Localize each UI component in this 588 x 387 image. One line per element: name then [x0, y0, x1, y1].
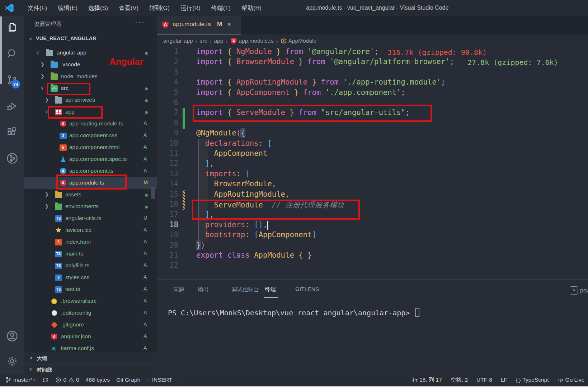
breadcrumb-item[interactable]: angular-app	[163, 38, 193, 44]
explorer-title: 资源管理器	[34, 21, 62, 28]
git-status-badge: A	[144, 262, 147, 268]
browserslist-icon	[51, 298, 58, 305]
tree-item-index-html[interactable]: 5index.htmlA	[24, 236, 157, 248]
tree-item-polyfills-ts[interactable]: TSpolyfills.tsA	[24, 260, 157, 272]
tree-item-styles-css[interactable]: 3styles.cssA	[24, 272, 157, 284]
search-icon[interactable]	[0, 45, 24, 62]
status-item[interactable]	[42, 377, 49, 383]
run-debug-icon[interactable]	[0, 97, 24, 115]
timeline-section[interactable]: > 时间线	[24, 364, 157, 374]
close-icon[interactable]: ×	[227, 20, 231, 28]
sidebar-scrollbar[interactable]	[151, 187, 155, 199]
status-item[interactable]: Git Graph	[116, 377, 140, 383]
panel-tab-2[interactable]: 调试控制台	[231, 286, 259, 293]
breadcrumb-item[interactable]: AppModule	[288, 38, 316, 44]
ng-red-icon: A	[51, 334, 57, 340]
menu-item[interactable]: 运行(R)	[175, 0, 206, 16]
menu-item[interactable]: 文件(F)	[22, 0, 52, 16]
annotation-box-import	[193, 105, 432, 122]
workspace-section-header[interactable]: ∨ VUE_REACT_ANGULAR	[24, 34, 157, 45]
line-number: 22	[157, 261, 178, 269]
code-line: AppRoutingModule,	[196, 190, 290, 199]
git-status-badge: M	[144, 180, 148, 185]
tree-item-label: .browserslistrc	[61, 298, 97, 304]
line-number: 10	[157, 139, 178, 148]
tree-item-label: assets	[65, 191, 81, 198]
terminal-shell-icon[interactable]: >	[570, 286, 578, 295]
code-line: import { BrowserModule } from '@angular/…	[196, 57, 454, 66]
status-item[interactable]: 空格: 2	[451, 376, 468, 384]
tree-item-app-component-html[interactable]: 5app.component.htmlA	[24, 142, 157, 154]
tree-item-angular-json[interactable]: Aangular.jsonA	[24, 331, 157, 343]
tree-item-favicon-ico[interactable]: favicon.icoA	[24, 225, 157, 236]
more-actions-icon[interactable]: ···	[135, 18, 145, 27]
status-item[interactable]: { }TypeScript	[516, 377, 549, 383]
breadcrumb-separator: ›	[276, 38, 278, 44]
gitlens-icon[interactable]	[0, 150, 24, 167]
panel-tab-gitlens[interactable]: GITLENS	[295, 286, 319, 292]
status-item[interactable]: 00	[55, 377, 79, 383]
folder-node-icon	[51, 73, 58, 80]
outline-section[interactable]: > 大纲	[24, 353, 157, 364]
status-item[interactable]: Go Live	[558, 377, 584, 383]
tree-item-main-ts[interactable]: TSmain.tsA	[24, 248, 157, 260]
extensions-icon[interactable]	[0, 124, 24, 141]
menu-item[interactable]: 选择(S)	[83, 0, 113, 16]
git-status-badge: A	[144, 274, 147, 280]
git-status-badge: A	[144, 168, 147, 173]
menu-item[interactable]: 转到(G)	[144, 0, 175, 16]
menu-item[interactable]: 帮助(H)	[236, 0, 267, 16]
tree-item--editorconfig[interactable]: .editorconfigA	[24, 307, 157, 319]
title-bar: 文件(F)编辑(E)选择(S)查看(V)转到(G)运行(R)终端(T)帮助(H)…	[0, 0, 588, 16]
menu-item[interactable]: 查看(V)	[113, 0, 144, 16]
explorer-icon[interactable]	[0, 19, 24, 36]
tree-item-angular-utils-ts[interactable]: TSangular-utils.tsU	[24, 213, 157, 225]
tree-item-api-services[interactable]: ❯api-services	[24, 95, 157, 106]
panel-tab-1[interactable]: 输出	[198, 286, 209, 293]
breadcrumb-item[interactable]: src	[200, 38, 207, 44]
breadcrumb-item[interactable]: app.module.ts	[239, 38, 273, 44]
tree-item-app-component-spec-ts[interactable]: app.component.spec.tsA	[24, 154, 157, 166]
code-line: AppComponent	[196, 149, 267, 158]
tree-item-assets[interactable]: ❯assets	[24, 189, 157, 201]
tree-item-label: karma.conf.js	[61, 345, 94, 352]
tree-item-src[interactable]: ∨</>src	[24, 83, 157, 95]
status-item[interactable]: -- INSERT --	[147, 377, 178, 383]
tree-item-test-ts[interactable]: TStest.tsA	[24, 284, 157, 296]
menu-bar: 文件(F)编辑(E)选择(S)查看(V)转到(G)运行(R)终端(T)帮助(H)	[22, 0, 267, 16]
terminal-prompt[interactable]: PS C:\Users\MonkS\Desktop\vue_react_angu…	[168, 309, 414, 317]
tree-item-node-modules[interactable]: ❯node_modules	[24, 71, 157, 83]
source-control-badge: 74	[11, 80, 20, 89]
git-status-badge: A	[144, 298, 147, 304]
status-item[interactable]: master*+	[5, 377, 36, 383]
account-icon[interactable]	[0, 328, 24, 345]
tree-item-environments[interactable]: ❯environments	[24, 201, 157, 213]
vscode-window: 文件(F)编辑(E)选择(S)查看(V)转到(G)运行(R)终端(T)帮助(H)…	[0, 0, 588, 387]
menu-item[interactable]: 终端(T)	[206, 0, 236, 16]
tab-app-module-ts[interactable]: A app.module.ts M ×	[157, 16, 241, 34]
git-modified-dot	[145, 87, 148, 90]
status-item[interactable]: 行 18, 列 17	[412, 376, 442, 384]
tree-item-app-component-css[interactable]: 3app.component.cssA	[24, 130, 157, 142]
tree-item-label: app-routing.module.ts	[69, 120, 123, 127]
code-editor[interactable]: 1import { NgModule } from '@angular/core…	[157, 47, 588, 280]
annotation-box-app	[48, 106, 103, 119]
window-title: app.module.ts - vue_react_angular - Visu…	[306, 0, 448, 16]
folder-vscode-icon	[51, 62, 58, 68]
annotation-box-app-module	[56, 175, 127, 190]
status-item[interactable]: UTF-8	[476, 377, 492, 383]
source-control-icon[interactable]: 74	[0, 71, 24, 89]
tree-item--gitignore[interactable]: .gitignoreA	[24, 319, 157, 331]
panel-tab-0[interactable]: 问题	[173, 286, 184, 293]
breadcrumb-item[interactable]: app	[214, 38, 223, 44]
tree-item-app-routing-module-ts[interactable]: Aapp-routing.module.tsA	[24, 118, 157, 130]
git-modified-dot	[145, 99, 148, 102]
status-item[interactable]: 488 bytes	[86, 377, 110, 383]
panel-tab-3[interactable]: 终端	[265, 286, 276, 293]
git-modified-dot	[145, 111, 148, 114]
menu-item[interactable]: 编辑(E)	[52, 0, 83, 16]
tree-item--browserslistrc[interactable]: .browserslistrcA	[24, 296, 157, 307]
status-item[interactable]: LF	[501, 377, 507, 383]
chevron-right-icon: ❯	[45, 192, 49, 197]
settings-gear-icon[interactable]	[0, 353, 24, 370]
